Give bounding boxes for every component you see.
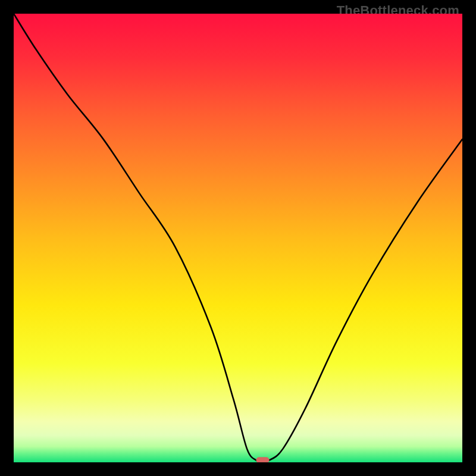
curve-layer (14, 14, 462, 462)
chart-frame: TheBottleneck.com (0, 0, 476, 476)
optimal-marker (256, 457, 269, 462)
bottleneck-curve (14, 14, 462, 461)
plot-area (14, 14, 462, 462)
